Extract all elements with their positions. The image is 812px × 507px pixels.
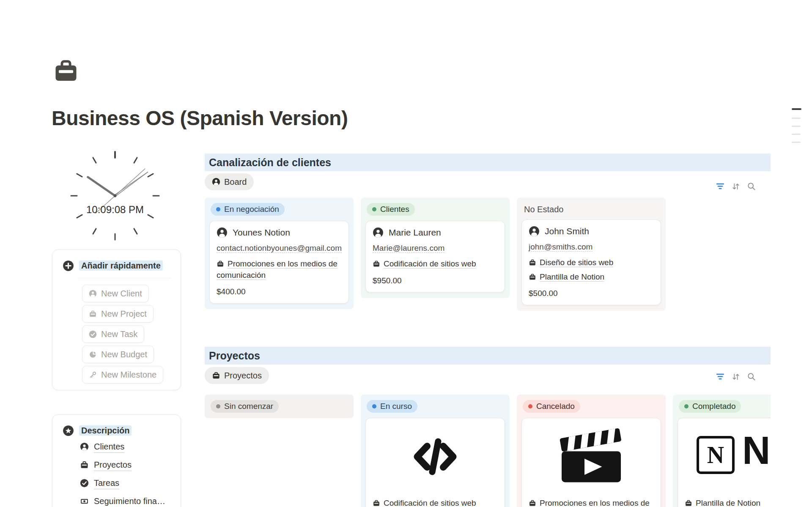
filter-icon[interactable] bbox=[716, 372, 725, 381]
project-card-title: Plantilla de Notion bbox=[678, 495, 771, 507]
quick-add-card: Añadir rápidamente New Client New Projec… bbox=[52, 249, 181, 390]
project-relation-link[interactable]: Plantilla de Notion bbox=[529, 271, 654, 283]
briefcase-icon bbox=[217, 260, 224, 268]
new-client-button[interactable]: New Client bbox=[82, 285, 149, 302]
deal-amount: $950.00 bbox=[373, 276, 498, 285]
client-email[interactable]: contact.notionbyounes@gmail.com bbox=[217, 244, 342, 253]
person-icon bbox=[373, 227, 384, 238]
plus-circle-icon bbox=[63, 260, 74, 271]
project-relation-link[interactable]: Codificación de sitios web bbox=[373, 258, 498, 270]
link-clientes[interactable]: Clientes bbox=[80, 442, 165, 453]
project-card-title: Codificación de sitios web bbox=[366, 495, 505, 507]
toc-indicator[interactable] bbox=[791, 107, 804, 147]
status-dot bbox=[372, 404, 376, 408]
client-card[interactable]: Marie Lauren Marie@laurens.com Codificac… bbox=[365, 221, 505, 293]
status-pill[interactable]: Completado bbox=[679, 400, 741, 413]
deal-amount: $400.00 bbox=[217, 287, 342, 296]
status-dot bbox=[372, 207, 376, 211]
new-budget-button[interactable]: New Budget bbox=[82, 345, 154, 363]
project-card[interactable]: Promociones en los medios de bbox=[521, 418, 661, 507]
pipeline-board: En negociación Younes Notion contact.not… bbox=[205, 197, 771, 324]
column-completado: Completado N No Plantilla de Notion bbox=[673, 395, 771, 507]
project-cover-image: N No bbox=[678, 418, 771, 495]
toc-line[interactable] bbox=[792, 108, 801, 110]
briefcase-icon bbox=[89, 310, 97, 318]
sort-icon[interactable] bbox=[731, 372, 741, 381]
new-task-button[interactable]: New Task bbox=[82, 325, 144, 343]
code-icon bbox=[403, 431, 467, 482]
hour-hand bbox=[88, 177, 115, 196]
page-title: Business OS (Spanish Version) bbox=[52, 107, 348, 130]
client-email[interactable]: john@smiths.com bbox=[529, 242, 654, 252]
check-icon bbox=[80, 479, 89, 488]
project-relation-link[interactable]: Promociones en los medios de comunicació… bbox=[217, 258, 342, 281]
status-pill[interactable]: Clientes bbox=[367, 203, 415, 216]
briefcase-icon bbox=[529, 273, 536, 281]
sort-icon[interactable] bbox=[731, 182, 741, 191]
column-en-negociacion: En negociación Younes Notion contact.not… bbox=[205, 197, 354, 309]
status-label[interactable]: No Estado bbox=[524, 205, 661, 214]
status-dot bbox=[528, 404, 532, 408]
new-milestone-button[interactable]: New Milestone bbox=[82, 366, 163, 384]
description-card: Descripción Clientes Proyectos Tareas Se… bbox=[52, 414, 181, 507]
search-icon[interactable] bbox=[747, 372, 756, 381]
project-cover-image bbox=[366, 418, 505, 495]
star-circle-icon bbox=[63, 425, 74, 436]
briefcase-icon bbox=[373, 260, 380, 268]
person-icon bbox=[89, 290, 97, 298]
analog-clock-widget bbox=[70, 151, 160, 241]
project-relation-link[interactable]: Diseño de sitios web bbox=[529, 257, 654, 269]
new-project-button[interactable]: New Project bbox=[82, 305, 154, 323]
person-icon bbox=[529, 226, 540, 237]
project-card-title: Promociones en los medios de bbox=[522, 495, 661, 507]
pie-chart-icon bbox=[89, 351, 97, 359]
pipeline-toolbar bbox=[716, 182, 756, 191]
person-icon bbox=[80, 442, 89, 451]
briefcase-icon bbox=[529, 499, 536, 507]
toc-line[interactable] bbox=[792, 118, 801, 119]
deal-amount: $500.00 bbox=[529, 289, 654, 298]
toc-line[interactable] bbox=[792, 134, 801, 135]
projects-toolbar bbox=[716, 372, 756, 381]
briefcase-icon bbox=[685, 499, 692, 507]
quick-add-title: Añadir rápidamente bbox=[79, 261, 163, 271]
status-pill[interactable]: Sin comenzar bbox=[211, 400, 279, 413]
projects-section-heading: Proyectos bbox=[205, 347, 771, 364]
digital-time: 10:09:08 PM bbox=[73, 204, 157, 216]
briefcase-icon bbox=[212, 371, 220, 380]
pipeline-board-view-tab[interactable]: Board bbox=[205, 173, 254, 190]
person-icon bbox=[217, 227, 228, 238]
toc-line[interactable] bbox=[792, 126, 801, 127]
briefcase-icon bbox=[529, 259, 536, 266]
briefcase-icon bbox=[373, 499, 380, 507]
column-sin-comenzar: Sin comenzar bbox=[205, 395, 354, 418]
check-icon bbox=[89, 330, 97, 338]
projects-board: Sin comenzar En curso Codificación de si… bbox=[205, 395, 771, 507]
notion-wordmark: No bbox=[742, 428, 771, 473]
client-card[interactable]: Younes Notion contact.notionbyounes@gmai… bbox=[209, 221, 349, 304]
project-card[interactable]: Codificación de sitios web bbox=[365, 418, 505, 507]
status-pill[interactable]: Cancelado bbox=[523, 400, 580, 413]
link-seguimiento[interactable]: Seguimiento fina… bbox=[80, 496, 165, 507]
status-pill[interactable]: En negociación bbox=[211, 203, 285, 216]
person-icon bbox=[212, 178, 220, 186]
filter-icon[interactable] bbox=[716, 182, 725, 191]
project-cover-image bbox=[522, 418, 661, 495]
status-pill[interactable]: En curso bbox=[367, 400, 417, 413]
link-tareas[interactable]: Tareas bbox=[80, 478, 165, 489]
divider bbox=[78, 278, 171, 278]
client-card[interactable]: John Smith john@smiths.com Diseño de sit… bbox=[521, 219, 661, 305]
link-proyectos[interactable]: Proyectos bbox=[80, 460, 165, 471]
toc-line[interactable] bbox=[792, 142, 801, 143]
briefcase-page-icon[interactable] bbox=[52, 58, 80, 85]
status-dot bbox=[684, 404, 689, 408]
search-icon[interactable] bbox=[747, 182, 756, 191]
status-dot bbox=[216, 404, 220, 408]
client-email[interactable]: Marie@laurens.com bbox=[373, 244, 498, 253]
column-clientes: Clientes Marie Lauren Marie@laurens.com … bbox=[361, 197, 510, 298]
projects-view-tab[interactable]: Proyectos bbox=[205, 367, 269, 384]
project-card[interactable]: N No Plantilla de Notion bbox=[678, 418, 771, 507]
column-en-curso: En curso Codificación de sitios web bbox=[361, 395, 510, 507]
banknote-icon bbox=[80, 497, 89, 506]
briefcase-icon bbox=[80, 460, 89, 469]
